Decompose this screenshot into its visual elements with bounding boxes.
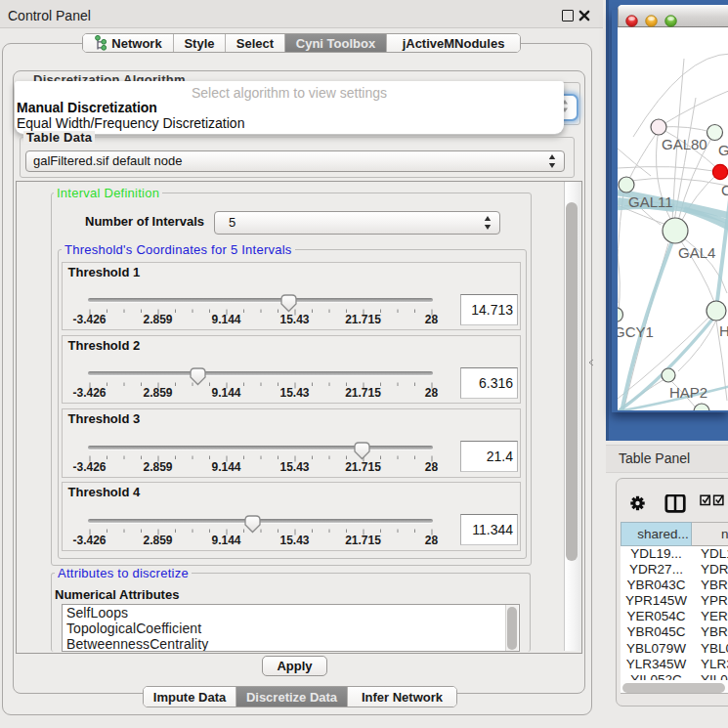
svg-text:GAL11: GAL11	[628, 193, 673, 210]
svg-text:C: C	[721, 182, 728, 198]
svg-text:GAL4: GAL4	[678, 244, 715, 261]
svg-text:GAL80: GAL80	[662, 136, 707, 152]
svg-text:HAP2: HAP2	[669, 384, 707, 401]
svg-text:H: H	[719, 322, 728, 339]
svg-text:GA: GA	[718, 142, 728, 158]
svg-text:GCY1: GCY1	[618, 323, 654, 340]
